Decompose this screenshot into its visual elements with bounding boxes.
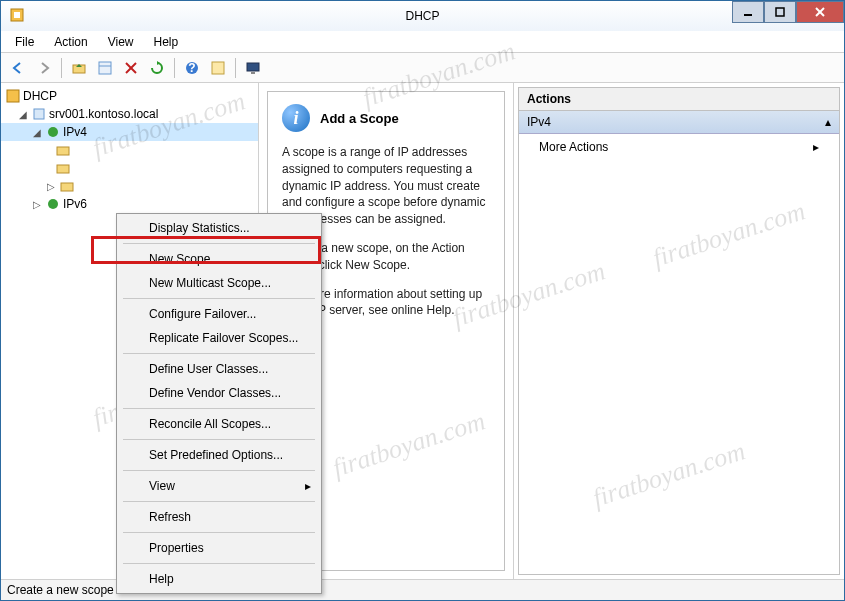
collapse-icon[interactable]: ◢	[17, 109, 29, 120]
cm-define-user-classes[interactable]: Define User Classes...	[119, 357, 319, 381]
tree-label: IPv4	[63, 125, 87, 139]
cm-help[interactable]: Help	[119, 567, 319, 591]
cm-define-vendor-classes[interactable]: Define Vendor Classes...	[119, 381, 319, 405]
tree-ipv6[interactable]: ▷ IPv6	[1, 195, 258, 213]
actions-body: IPv4 ▴ More Actions ▸	[518, 111, 840, 575]
help-icon[interactable]: ?	[181, 57, 203, 79]
app-window: DHCP File Action View Help ?	[0, 0, 845, 601]
menu-separator	[123, 298, 315, 299]
cm-new-multicast-scope[interactable]: New Multicast Scope...	[119, 271, 319, 295]
svg-rect-7	[99, 62, 111, 74]
center-title: Add a Scope	[320, 111, 399, 126]
menu-separator	[123, 532, 315, 533]
maximize-button[interactable]	[764, 1, 796, 23]
toolbar-separator	[61, 58, 62, 78]
toolbar-separator	[235, 58, 236, 78]
options-icon[interactable]	[207, 57, 229, 79]
tree-subitem[interactable]: ▷	[1, 177, 258, 195]
back-button[interactable]	[7, 57, 29, 79]
svg-rect-16	[7, 90, 19, 102]
actions-section-label: IPv4	[527, 115, 551, 129]
submenu-arrow-icon: ▸	[305, 479, 311, 493]
menu-separator	[123, 470, 315, 471]
menu-separator	[123, 563, 315, 564]
cm-configure-failover[interactable]: Configure Failover...	[119, 302, 319, 326]
delete-icon[interactable]	[120, 57, 142, 79]
context-menu: Display Statistics... New Scope... New M…	[116, 213, 322, 594]
collapse-arrow-icon: ▴	[825, 115, 831, 129]
actions-section-ipv4[interactable]: IPv4 ▴	[519, 111, 839, 134]
folder-icon	[59, 178, 75, 194]
svg-rect-1	[14, 12, 20, 18]
expand-icon[interactable]: ▷	[45, 181, 57, 192]
ipv4-icon	[45, 124, 61, 140]
tree-label: IPv6	[63, 197, 87, 211]
close-button[interactable]	[796, 1, 844, 23]
tree-subitem[interactable]	[1, 141, 258, 159]
cm-new-scope[interactable]: New Scope...	[119, 247, 319, 271]
center-heading: i Add a Scope	[282, 104, 490, 132]
menu-separator	[123, 439, 315, 440]
svg-rect-15	[251, 72, 255, 74]
dhcp-icon	[5, 88, 21, 104]
console-icon[interactable]	[242, 57, 264, 79]
svg-text:?: ?	[188, 61, 195, 75]
svg-rect-20	[57, 165, 69, 173]
cm-refresh[interactable]: Refresh	[119, 505, 319, 529]
svg-point-22	[48, 199, 58, 209]
app-icon	[9, 7, 25, 23]
svg-rect-3	[776, 8, 784, 16]
svg-rect-19	[57, 147, 69, 155]
tree-label: DHCP	[23, 89, 57, 103]
window-controls	[732, 1, 844, 23]
forward-button[interactable]	[33, 57, 55, 79]
tree-server[interactable]: ◢ srv001.kontoso.local	[1, 105, 258, 123]
server-icon	[31, 106, 47, 122]
actions-link-label: More Actions	[539, 140, 608, 154]
collapse-icon[interactable]: ◢	[31, 127, 43, 138]
cm-replicate-failover[interactable]: Replicate Failover Scopes...	[119, 326, 319, 350]
menu-file[interactable]: File	[7, 33, 42, 51]
menu-separator	[123, 353, 315, 354]
menu-view[interactable]: View	[100, 33, 142, 51]
cm-view[interactable]: View▸	[119, 474, 319, 498]
tree-root-dhcp[interactable]: DHCP	[1, 87, 258, 105]
menu-help[interactable]: Help	[146, 33, 187, 51]
toolbar-separator	[174, 58, 175, 78]
properties-icon[interactable]	[94, 57, 116, 79]
content-area: DHCP ◢ srv001.kontoso.local ◢ IPv4	[1, 83, 844, 580]
toolbar: ?	[1, 53, 844, 83]
window-title: DHCP	[405, 9, 439, 23]
titlebar: DHCP	[1, 1, 844, 31]
folder-icon	[55, 160, 71, 176]
submenu-arrow-icon: ▸	[813, 140, 819, 154]
folder-icon	[55, 142, 71, 158]
menu-separator	[123, 501, 315, 502]
cm-reconcile-scopes[interactable]: Reconcile All Scopes...	[119, 412, 319, 436]
cm-display-statistics[interactable]: Display Statistics...	[119, 216, 319, 240]
ipv6-icon	[45, 196, 61, 212]
actions-more-actions[interactable]: More Actions ▸	[519, 134, 839, 160]
svg-rect-14	[247, 63, 259, 71]
svg-point-18	[48, 127, 58, 137]
up-folder-icon[interactable]	[68, 57, 90, 79]
menu-separator	[123, 243, 315, 244]
menu-separator	[123, 408, 315, 409]
tree-subitem[interactable]	[1, 159, 258, 177]
refresh-icon[interactable]	[146, 57, 168, 79]
cm-set-predefined-options[interactable]: Set Predefined Options...	[119, 443, 319, 467]
status-text: Create a new scope	[7, 583, 114, 597]
info-icon: i	[282, 104, 310, 132]
tree-ipv4[interactable]: ◢ IPv4	[1, 123, 258, 141]
svg-rect-17	[34, 109, 44, 119]
cm-properties[interactable]: Properties	[119, 536, 319, 560]
svg-rect-21	[61, 183, 73, 191]
expand-icon[interactable]: ▷	[31, 199, 43, 210]
menubar: File Action View Help	[1, 31, 844, 53]
menu-action[interactable]: Action	[46, 33, 95, 51]
actions-pane: Actions IPv4 ▴ More Actions ▸	[514, 83, 844, 579]
minimize-button[interactable]	[732, 1, 764, 23]
tree-label: srv001.kontoso.local	[49, 107, 158, 121]
svg-rect-13	[212, 62, 224, 74]
actions-header: Actions	[518, 87, 840, 111]
